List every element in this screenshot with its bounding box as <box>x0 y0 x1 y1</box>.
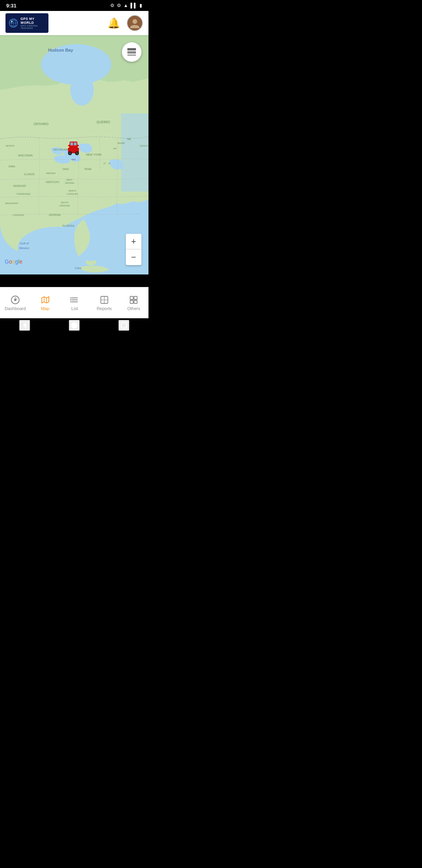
logo-main-text: GPS MY WORLD <box>20 17 45 25</box>
svg-text:TENNESSEE: TENNESSEE <box>16 193 30 195</box>
svg-point-9 <box>70 74 94 106</box>
logo-sub-text: GPS CANADA TRACKER <box>20 25 45 29</box>
zoom-in-icon: + <box>131 237 136 247</box>
zoom-in-button[interactable]: + <box>126 234 141 249</box>
svg-text:Mexico: Mexico <box>19 246 29 250</box>
svg-text:MISSOURI: MISSOURI <box>13 185 26 187</box>
map-layer-button[interactable] <box>122 42 141 62</box>
svg-text:Gulf of: Gulf of <box>20 242 29 245</box>
status-icons: ⚙ ⚙ ▲ ▌▌ ▮ <box>110 3 142 8</box>
avatar-icon <box>129 17 141 29</box>
svg-text:CAROLINA: CAROLINA <box>67 193 78 195</box>
svg-rect-48 <box>70 142 73 145</box>
dashboard-icon <box>11 295 20 305</box>
others-icon <box>129 295 138 305</box>
back-button[interactable] <box>19 320 30 331</box>
svg-text:RI: RI <box>109 162 111 165</box>
logo-box: GPS MY WORLD GPS CANADA TRACKER <box>5 13 48 33</box>
notifications-button[interactable]: 🔔 <box>106 16 121 30</box>
svg-rect-78 <box>134 300 137 303</box>
svg-point-70 <box>70 299 72 300</box>
nav-item-reports[interactable]: Reports <box>89 292 119 314</box>
svg-point-4 <box>11 21 13 22</box>
logo-container: GPS MY WORLD GPS CANADA TRACKER <box>5 13 48 33</box>
list-label: List <box>72 306 78 311</box>
svg-rect-59 <box>127 54 136 56</box>
header-right: 🔔 <box>106 15 143 31</box>
svg-text:VIRGINIA: VIRGINIA <box>65 182 74 184</box>
home-button[interactable] <box>69 320 80 331</box>
svg-text:IOWA: IOWA <box>8 165 15 168</box>
list-icon <box>70 295 79 305</box>
svg-text:NEW YORK: NEW YORK <box>86 153 102 156</box>
battery-icon: ▮ <box>139 3 142 8</box>
wifi-icon: ▲ <box>123 3 128 8</box>
globe-icon <box>9 17 18 29</box>
svg-text:PENN: PENN <box>84 168 91 170</box>
nav-item-map[interactable]: Map <box>30 292 60 314</box>
settings-icon: ⚙ <box>110 3 114 8</box>
map-layers-icon <box>127 47 137 57</box>
svg-text:QUEBEC: QUEBEC <box>97 120 111 124</box>
dashboard-label: Dashboard <box>5 306 26 311</box>
svg-text:NOVA S: NOVA S <box>140 145 148 147</box>
recents-button[interactable] <box>118 320 129 331</box>
svg-text:CAROLINA: CAROLINA <box>59 204 70 207</box>
zoom-out-icon: − <box>131 252 136 262</box>
zoom-out-button[interactable]: − <box>126 249 141 265</box>
google-logo-text: Google <box>5 258 22 265</box>
user-profile-button[interactable] <box>127 15 143 31</box>
signal-icon: ▌▌ <box>131 3 137 8</box>
logo-text: GPS MY WORLD GPS CANADA TRACKER <box>20 17 45 29</box>
svg-rect-58 <box>127 51 136 54</box>
svg-text:WEST: WEST <box>66 179 73 181</box>
vehicle-marker[interactable] <box>66 140 80 162</box>
svg-text:CT: CT <box>104 162 106 165</box>
svg-text:NESOTA: NESOTA <box>6 145 15 147</box>
svg-point-80 <box>71 322 77 328</box>
car-icon <box>66 140 80 160</box>
svg-marker-79 <box>23 322 26 328</box>
reports-icon <box>100 295 109 305</box>
svg-rect-55 <box>78 146 79 148</box>
back-icon <box>21 321 29 329</box>
svg-text:MAINE: MAINE <box>117 142 125 144</box>
svg-rect-10 <box>121 113 148 192</box>
svg-point-69 <box>70 297 72 298</box>
svg-text:MICHIGAN: MICHIGAN <box>53 148 68 151</box>
svg-rect-54 <box>68 146 69 148</box>
google-logo: Google <box>5 258 22 265</box>
svg-point-71 <box>70 301 72 302</box>
reports-label: Reports <box>97 306 112 311</box>
nav-item-list[interactable]: List <box>60 292 89 314</box>
nav-item-dashboard[interactable]: Dashboard <box>0 292 30 314</box>
svg-text:MISSISSIPPI: MISSISSIPPI <box>5 202 18 204</box>
svg-point-56 <box>71 159 76 160</box>
svg-rect-57 <box>127 48 136 50</box>
settings2-icon: ⚙ <box>117 3 121 8</box>
bottom-navigation: Dashboard Map List Reports <box>0 287 148 318</box>
map-label: Map <box>41 306 49 311</box>
svg-rect-75 <box>130 296 133 299</box>
svg-text:ONTARIO: ONTARIO <box>34 122 48 126</box>
svg-text:Cuba: Cuba <box>75 267 82 269</box>
svg-text:INDIANA: INDIANA <box>46 172 55 174</box>
svg-point-5 <box>132 19 137 24</box>
svg-text:Hudson Bay: Hudson Bay <box>48 48 73 52</box>
svg-text:NORTH: NORTH <box>68 190 76 192</box>
svg-text:OHIO: OHIO <box>63 168 69 170</box>
zoom-controls: + − <box>126 234 141 265</box>
status-bar: 9:31 ⚙ ⚙ ▲ ▌▌ ▮ <box>0 0 148 11</box>
recents-icon <box>120 321 128 329</box>
map-container[interactable]: Hudson Bay ONTARIO QUEBEC MICHIGAN NEW Y… <box>0 35 148 274</box>
nav-item-others[interactable]: Others <box>119 292 148 314</box>
svg-text:ILLINOIS: ILLINOIS <box>24 173 35 176</box>
svg-text:GEORGIA: GEORGIA <box>49 213 61 216</box>
system-nav-bar <box>0 318 148 332</box>
svg-text:SOUTH: SOUTH <box>61 201 68 204</box>
bell-icon: 🔔 <box>107 17 120 29</box>
status-time: 9:31 <box>6 3 16 9</box>
map-nav-icon <box>41 295 50 305</box>
svg-rect-77 <box>130 300 133 303</box>
svg-point-52 <box>69 152 71 154</box>
